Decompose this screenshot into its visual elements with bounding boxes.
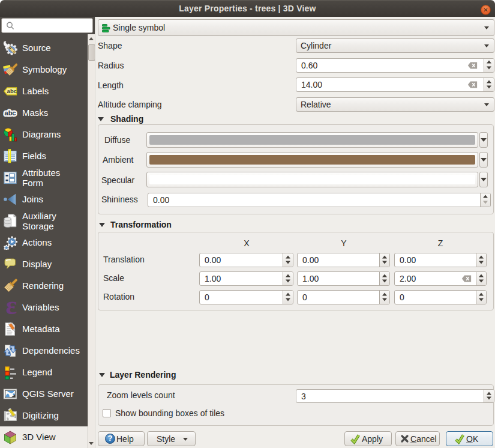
svg-text:ε: ε — [6, 300, 17, 315]
svg-text:abc: abc — [7, 88, 17, 94]
svg-text:abc: abc — [5, 109, 16, 117]
